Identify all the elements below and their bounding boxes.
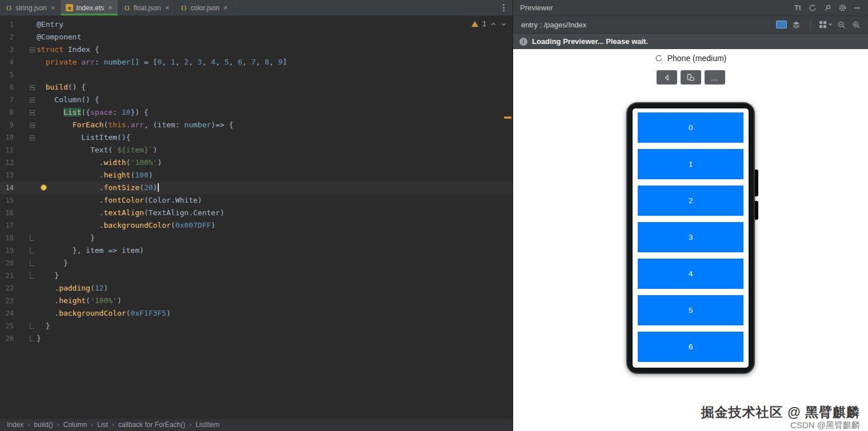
breadcrumb-item[interactable]: build() [34, 421, 53, 429]
code-line-26[interactable]: 26} [0, 332, 513, 345]
close-icon[interactable]: × [108, 4, 113, 11]
code-line-8[interactable]: 8List({space: 10}) { [0, 106, 513, 119]
code-line-7[interactable]: 7Column() { [0, 94, 513, 106]
breadcrumb-item[interactable]: List [97, 421, 108, 429]
gutter[interactable]: 16 [0, 207, 37, 219]
phone-mockup: 0123456 [626, 102, 755, 374]
refresh-icon[interactable] [655, 54, 663, 62]
code-line-14[interactable]: 14.fontSize(20) [0, 182, 513, 194]
gutter[interactable]: 7 [0, 94, 37, 106]
gutter[interactable]: 11 [0, 144, 37, 156]
more-options-icon[interactable] [501, 2, 507, 14]
gutter[interactable]: 17 [0, 219, 37, 232]
gutter[interactable]: 14 [0, 182, 37, 194]
gutter[interactable]: 10 [0, 131, 37, 144]
breadcrumb-item[interactable]: Column [63, 421, 87, 429]
fold-collapse-icon[interactable] [30, 47, 35, 53]
code-token: ForEach [73, 120, 104, 129]
settings-gear-icon[interactable] [836, 2, 849, 14]
code-line-23[interactable]: 23.height('100%') [0, 295, 513, 307]
gutter[interactable]: 4 [0, 56, 37, 69]
layers-icon[interactable] [790, 18, 802, 31]
tab-color-json[interactable]: {}color.json× [175, 0, 233, 15]
code-line-3[interactable]: 3struct Index { [0, 43, 513, 56]
code-line-1[interactable]: 1@Entry [0, 18, 513, 31]
display-mode-icon[interactable] [775, 18, 787, 31]
hide-panel-icon[interactable] [851, 2, 863, 14]
code-line-5[interactable]: 5 [0, 69, 513, 81]
code-line-22[interactable]: 22.padding(12) [0, 282, 513, 295]
gutter[interactable]: 9 [0, 119, 37, 131]
orientation-button[interactable] [681, 70, 701, 84]
font-size-icon[interactable]: Tt [791, 2, 804, 14]
rotate-left-button[interactable] [657, 70, 677, 84]
gutter[interactable]: 15 [0, 194, 37, 207]
code-line-2[interactable]: 2@Component [0, 31, 513, 43]
code-line-12[interactable]: 12.width('100%') [0, 156, 513, 169]
previewer-panel: Previewer Tt entry : /pages/Index [513, 0, 868, 431]
code-token: ( [108, 146, 113, 154]
code-token: } [46, 321, 50, 330]
gutter[interactable]: 21 [0, 269, 37, 282]
tab-Index-ets[interactable]: eIndex.ets× [61, 0, 118, 15]
gutter[interactable]: 22 [0, 282, 37, 295]
code-line-6[interactable]: 6build() { [0, 81, 513, 94]
more-actions-button[interactable]: … [705, 70, 725, 84]
gutter[interactable]: 2 [0, 31, 37, 43]
breadcrumb-item[interactable]: Index [7, 421, 23, 429]
fold-collapse-icon[interactable] [30, 123, 35, 128]
gutter[interactable]: 26 [0, 332, 37, 345]
gutter[interactable]: 3 [0, 43, 37, 56]
gutter[interactable]: 5 [0, 69, 37, 81]
code-line-24[interactable]: 24.backgroundColor(0xF1F3F5) [0, 307, 513, 320]
gutter[interactable]: 24 [0, 307, 37, 320]
close-icon[interactable]: × [51, 4, 55, 11]
gutter[interactable]: 1 [0, 18, 37, 31]
code-line-11[interactable]: 11Text(`${item}`) [0, 144, 513, 156]
grid-view-icon[interactable] [819, 18, 833, 31]
fold-collapse-icon[interactable] [30, 110, 35, 115]
prev-warning-icon[interactable] [490, 21, 497, 27]
gutter[interactable]: 20 [0, 257, 37, 269]
code-line-20[interactable]: 20} [0, 257, 513, 269]
tab-string-json[interactable]: {}string.json× [0, 0, 61, 15]
line-number: 20 [1, 257, 14, 269]
gutter[interactable]: 25 [0, 320, 37, 332]
code-line-25[interactable]: 25} [0, 320, 513, 332]
code-line-17[interactable]: 17.backgroundColor(0x007DFF) [0, 219, 513, 232]
close-icon[interactable]: × [165, 4, 170, 11]
tab-float-json[interactable]: {}float.json× [118, 0, 175, 15]
zoom-in-icon[interactable] [850, 18, 862, 31]
zoom-out-icon[interactable] [835, 18, 847, 31]
code-line-4[interactable]: 4private arr: number[] = [0, 1, 2, 3, 4,… [0, 56, 513, 69]
fold-collapse-icon[interactable] [30, 98, 35, 103]
line-number: 3 [1, 43, 14, 56]
gutter[interactable]: 18 [0, 232, 37, 244]
fold-collapse-icon[interactable] [30, 85, 35, 90]
code-line-9[interactable]: 9ForEach(this.arr, (item: number)=> { [0, 119, 513, 131]
code-line-13[interactable]: 13.height(100) [0, 169, 513, 182]
code-line-15[interactable]: 15.fontColor(Color.White) [0, 194, 513, 207]
code-line-16[interactable]: 16.textAlign(TextAlign.Center) [0, 207, 513, 219]
editor-tab-bar: {}string.json×eIndex.ets×{}float.json×{}… [0, 0, 513, 16]
code-line-10[interactable]: 10ListItem(){ [0, 131, 513, 144]
breadcrumb-item[interactable]: ListItem [195, 421, 219, 429]
gutter[interactable]: 23 [0, 295, 37, 307]
code-editor[interactable]: 1 1@Entry2@Component3struct Index {4priv… [0, 16, 513, 418]
code-line-19[interactable]: 19}, item => item) [0, 244, 513, 257]
gutter[interactable]: 19 [0, 244, 37, 257]
gutter[interactable]: 12 [0, 156, 37, 169]
intention-bulb-icon[interactable] [41, 184, 47, 191]
close-icon[interactable]: × [223, 4, 228, 11]
pin-icon[interactable] [821, 2, 834, 14]
gutter[interactable]: 6 [0, 81, 37, 94]
code-line-18[interactable]: 18} [0, 232, 513, 244]
gutter[interactable]: 8 [0, 106, 37, 119]
next-warning-icon[interactable] [501, 21, 507, 27]
sync-icon[interactable] [806, 2, 819, 14]
fold-collapse-icon[interactable] [30, 135, 35, 140]
code-line-21[interactable]: 21} [0, 269, 513, 282]
gutter[interactable]: 13 [0, 169, 37, 182]
breadcrumb-item[interactable]: callback for ForEach() [118, 421, 185, 429]
warning-stripe-mark[interactable] [504, 116, 511, 119]
